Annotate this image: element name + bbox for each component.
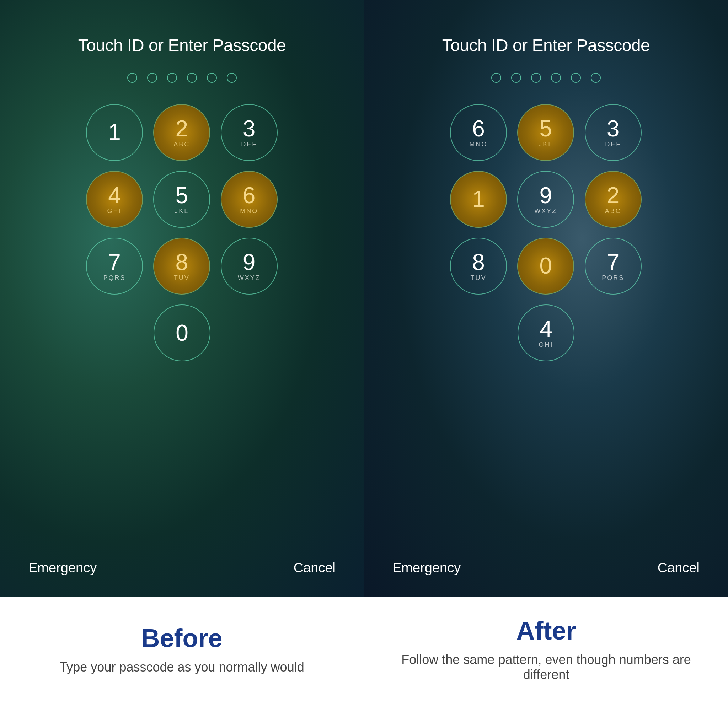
right-key-5[interactable]: 5 JKL [517,104,574,161]
left-key-4[interactable]: 4 GHI [86,171,143,228]
right-title: Touch ID or Enter Passcode [442,36,650,55]
right-key-1[interactable]: 1 [450,171,507,228]
left-key-6[interactable]: 6 MNO [221,171,277,228]
right-dot-6 [591,73,601,83]
right-key-8[interactable]: 8 TUV [450,238,507,294]
right-bottom-bar: Emergency Cancel [364,560,728,597]
right-emergency-button[interactable]: Emergency [393,560,461,576]
left-key-1[interactable]: 1 [86,104,143,161]
before-subtitle: Type your passcode as you normally would [59,660,304,675]
left-cancel-button[interactable]: Cancel [294,560,335,576]
left-passcode-dots [127,73,237,83]
left-screen: Touch ID or Enter Passcode 1 2 ABC 3 DEF [0,0,364,597]
right-dot-5 [571,73,581,83]
right-key-3[interactable]: 3 DEF [585,104,641,161]
right-key-7[interactable]: 7 PQRS [585,238,641,294]
right-key-9[interactable]: 9 WXYZ [517,171,574,228]
dot-3 [167,73,177,83]
left-emergency-button[interactable]: Emergency [29,560,97,576]
right-dot-2 [511,73,521,83]
after-subtitle: Follow the same pattern, even though num… [386,652,707,682]
before-caption: Before Type your passcode as you normall… [0,597,364,701]
left-bottom-bar: Emergency Cancel [0,560,364,597]
caption-row: Before Type your passcode as you normall… [0,597,728,701]
left-title: Touch ID or Enter Passcode [78,36,286,55]
right-dot-1 [491,73,501,83]
right-key-2[interactable]: 2 ABC [585,171,641,228]
after-title: After [516,616,576,645]
right-key-0[interactable]: 0 [517,238,574,294]
left-key-7[interactable]: 7 PQRS [86,238,143,294]
right-passcode-dots [491,73,601,83]
right-dot-4 [551,73,561,83]
left-key-3[interactable]: 3 DEF [221,104,277,161]
right-dot-3 [531,73,541,83]
right-key-4[interactable]: 4 GHI [517,304,575,361]
right-screen: Touch ID or Enter Passcode 6 MNO 5 JKL 3… [364,0,728,597]
dot-4 [187,73,197,83]
left-keypad: 1 2 ABC 3 DEF 4 GHI 5 JKL 6 MNO [79,104,285,361]
right-key-6[interactable]: 6 MNO [450,104,507,161]
left-key-8[interactable]: 8 TUV [153,238,210,294]
right-cancel-button[interactable]: Cancel [658,560,699,576]
left-key-9[interactable]: 9 WXYZ [221,238,277,294]
before-title: Before [141,623,222,653]
left-key-5[interactable]: 5 JKL [153,171,210,228]
dot-6 [227,73,237,83]
left-key-2[interactable]: 2 ABC [153,104,210,161]
dot-5 [207,73,217,83]
left-key-0[interactable]: 0 [153,304,211,361]
right-keypad: 6 MNO 5 JKL 3 DEF 1 9 WXYZ 2 ABC [443,104,649,361]
dot-1 [127,73,137,83]
dot-2 [147,73,157,83]
after-caption: After Follow the same pattern, even thou… [364,597,728,701]
